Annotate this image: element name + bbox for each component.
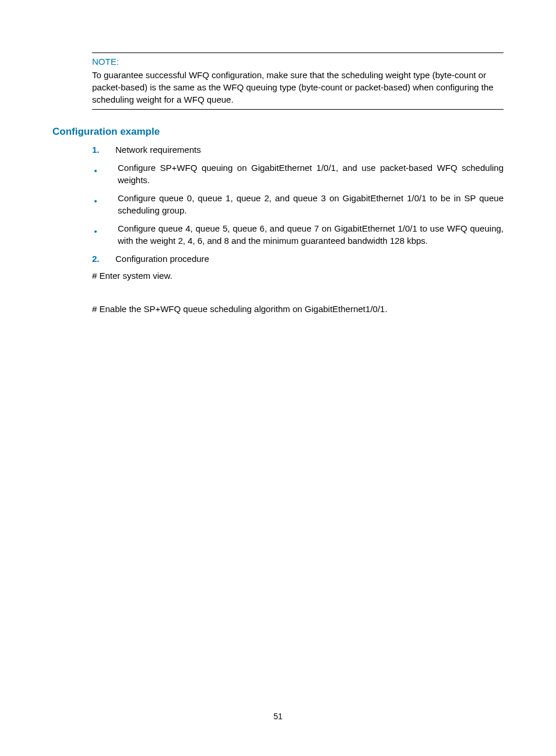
list: 1. Network requirements Configure SP+WFQ…	[92, 144, 504, 265]
list-text: Configure queue 4, queue 5, queue 6, and…	[118, 222, 504, 247]
note-box: NOTE: To guarantee successful WFQ config…	[92, 52, 504, 110]
note-label: NOTE:	[92, 57, 504, 66]
list-text: Configure queue 0, queue 1, queue 2, and…	[118, 192, 504, 216]
note-text: To guarantee successful WFQ configuratio…	[92, 69, 504, 106]
list-text: Configuration procedure	[115, 253, 504, 265]
list-item: Configure queue 4, queue 5, queue 6, and…	[92, 222, 504, 247]
list-text: Configure SP+WFQ queuing on GigabitEther…	[118, 162, 504, 186]
bullet-icon	[92, 222, 118, 247]
section-heading: Configuration example	[52, 126, 504, 138]
list-marker: 1.	[92, 144, 115, 156]
bullet-icon	[92, 192, 118, 216]
list-item: Configure SP+WFQ queuing on GigabitEther…	[92, 162, 504, 186]
list-marker: 2.	[92, 253, 115, 265]
paragraph: # Enable the SP+WFQ queue scheduling alg…	[92, 304, 504, 314]
page-number: 51	[0, 712, 556, 721]
list-text: Network requirements	[115, 144, 504, 156]
paragraph: # Enter system view.	[92, 271, 504, 281]
bullet-icon	[92, 162, 118, 186]
page-content: NOTE: To guarantee successful WFQ config…	[0, 0, 556, 314]
list-item: Configure queue 0, queue 1, queue 2, and…	[92, 192, 504, 216]
list-item: 2. Configuration procedure	[92, 253, 504, 265]
list-item: 1. Network requirements	[92, 144, 504, 156]
